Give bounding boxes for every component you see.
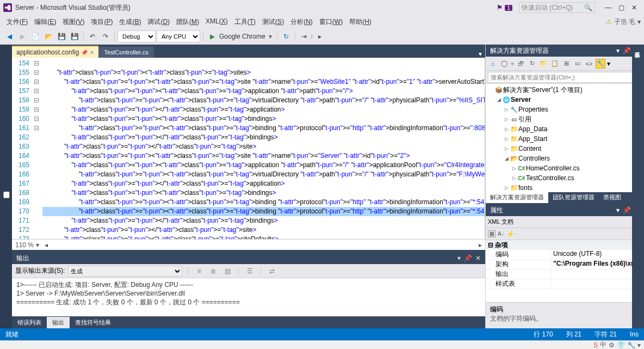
goto-prev-icon[interactable]: ≡ xyxy=(194,266,205,277)
platform-select[interactable]: Any CPU xyxy=(157,30,200,42)
run-dropdown-icon[interactable]: ▾ xyxy=(267,33,274,40)
fold-gutter[interactable]: ⊟⊟⊟⊟⊟⊟⊟⊟ xyxy=(33,58,40,239)
solution-tab-0[interactable]: 解决方案资源管理器 xyxy=(486,192,548,203)
tree-node[interactable]: ▷📁Content xyxy=(486,144,644,154)
redo-button[interactable]: ↷ xyxy=(100,30,112,42)
wrench-icon[interactable]: 🔧 xyxy=(596,59,605,69)
pin-icon[interactable]: 📌 xyxy=(81,50,88,56)
tree-node[interactable]: ▷▭引用 xyxy=(486,114,644,124)
menu-调试(D)[interactable]: 调试(D) xyxy=(144,16,173,28)
close-button[interactable]: ✕ xyxy=(628,4,641,11)
bottom-tab-1[interactable]: 输出 xyxy=(47,317,70,328)
nav-back-button[interactable]: ◀ xyxy=(3,30,15,42)
option-icon[interactable]: ⇄ xyxy=(267,266,277,277)
refresh-button[interactable]: ↻ xyxy=(280,30,292,42)
props-object[interactable]: XML 文档 xyxy=(488,218,639,226)
bottom-tab-0[interactable]: 错误列表 xyxy=(12,317,47,328)
tree-node[interactable]: 📦解决方案"Server"(1 个项目) xyxy=(486,85,644,95)
panel-close-icon[interactable]: ✕ xyxy=(475,254,481,262)
run-button[interactable]: ▶ xyxy=(206,30,218,42)
tree-node[interactable]: ▷🔧Properties xyxy=(486,105,644,114)
config-select[interactable]: Debug xyxy=(117,30,156,42)
home-icon[interactable]: ⌂ xyxy=(488,59,498,69)
tab-overflow-icon[interactable]: ▾ xyxy=(475,50,485,58)
save-all-button[interactable]: 💾 xyxy=(69,30,81,42)
code-icon[interactable]: <> xyxy=(584,59,594,69)
tray-icon[interactable]: ▾ xyxy=(637,341,641,349)
panel-pin-icon[interactable]: 📌 xyxy=(623,47,631,54)
wrap-icon[interactable]: ☰ xyxy=(244,266,255,277)
tray-icon[interactable]: ⚙ xyxy=(609,341,615,349)
output-source-select[interactable]: 生成 xyxy=(68,266,182,277)
output-text[interactable]: 1>------ 已启动生成: 项目: Server, 配置: Debug An… xyxy=(12,278,485,316)
tree-node[interactable]: ▷📁App_Data xyxy=(486,124,644,134)
warning-icon[interactable]: ⚠ xyxy=(606,18,612,26)
panel-dropdown-icon[interactable]: ▾ xyxy=(457,254,461,262)
solution-tab-2[interactable]: 类视图 xyxy=(599,192,626,203)
open-button[interactable]: 📂 xyxy=(42,30,54,42)
zoom-value[interactable]: 110 % xyxy=(15,241,34,249)
code-editor[interactable]: 1541551561571581591601611621631641651661… xyxy=(12,58,485,239)
minimize-button[interactable]: — xyxy=(602,4,615,11)
menu-文件(F)[interactable]: 文件(F) xyxy=(3,16,31,28)
tree-node[interactable]: ▷📁App_Start xyxy=(486,134,644,144)
clear-icon[interactable]: ▤ xyxy=(222,266,233,277)
panel-dropdown-icon[interactable]: ▾ xyxy=(616,206,620,214)
menu-编辑(E)[interactable]: 编辑(E) xyxy=(31,16,59,28)
solution-search-input[interactable] xyxy=(488,72,642,83)
tree-node[interactable]: ◢📂Controllers xyxy=(486,154,644,163)
solution-tab-1[interactable]: 团队资源管理器 xyxy=(548,192,599,203)
tab-applicationhost[interactable]: applicationhost.config 📌 ✕ xyxy=(12,46,98,58)
save-button[interactable]: 💾 xyxy=(55,30,67,42)
zoom-dropdown-icon[interactable]: ▾ xyxy=(36,241,39,249)
undo-button[interactable]: ↶ xyxy=(86,30,98,42)
solution-tree[interactable]: 📦解决方案"Server"(1 个项目)◢🌐Server▷🔧Properties… xyxy=(486,84,644,192)
menu-帮助(H)[interactable]: 帮助(H) xyxy=(346,16,375,28)
run-target[interactable]: Google Chrome xyxy=(219,33,265,40)
tab-testcontroller[interactable]: TestController.cs xyxy=(98,47,153,58)
notification-badge[interactable]: 1 xyxy=(505,5,512,11)
menu-分析(N)[interactable]: 分析(N) xyxy=(287,16,316,28)
categorized-icon[interactable]: ⊞ xyxy=(488,230,496,237)
maximize-button[interactable]: ▢ xyxy=(615,4,628,11)
properties-grid[interactable]: ⊟ 杂项编码Unicode (UTF-8)架构"C:\Program Files… xyxy=(486,240,644,302)
properties-icon[interactable]: ⊞ xyxy=(561,59,571,69)
menu-团队(M)[interactable]: 团队(M) xyxy=(173,16,202,28)
menu-生成(B)[interactable]: 生成(B) xyxy=(116,16,144,28)
toolbox-tab[interactable]: 工具箱 xyxy=(0,45,1,328)
solution-header[interactable]: 解决方案资源管理器 ▾ 📌 ✕ xyxy=(486,45,644,57)
menu-工具(T)[interactable]: 工具(T) xyxy=(231,16,259,28)
sync-icon[interactable]: 🗗 xyxy=(516,59,525,69)
panel-pin-icon[interactable]: 📌 xyxy=(464,254,472,262)
quick-launch[interactable]: 快速启动 (Ctrl+Q) 🔍 xyxy=(519,2,595,13)
server-explorer-tab[interactable]: 服务器资源管理器 xyxy=(1,45,12,328)
tree-node[interactable]: ▷📁fonts xyxy=(486,183,644,192)
properties-header[interactable]: 属性 ▾ 📌 ✕ xyxy=(486,204,644,216)
alpha-icon[interactable]: A↓ xyxy=(498,231,504,237)
showall-icon[interactable]: 📋 xyxy=(550,59,560,69)
menu-项目(P)[interactable]: 项目(P) xyxy=(88,16,116,28)
account-name[interactable]: 子浩 毛 xyxy=(614,17,635,27)
events-icon[interactable]: ⚡ xyxy=(506,230,515,238)
goto-next-icon[interactable]: ≣ xyxy=(208,266,219,277)
tray-icon[interactable]: 中 xyxy=(600,340,606,349)
nav-fwd-button[interactable]: ▶ xyxy=(16,30,28,42)
collapse-icon[interactable]: 📁 xyxy=(538,59,548,69)
tray-icon[interactable]: 👕 xyxy=(617,341,625,349)
new-file-button[interactable]: 📄 xyxy=(29,30,41,42)
refresh-icon[interactable]: ↻ xyxy=(527,59,537,69)
tray-icon[interactable]: 🔧 xyxy=(627,341,635,349)
close-tab-icon[interactable]: ✕ xyxy=(90,50,94,56)
account-dropdown-icon[interactable]: ▾ xyxy=(637,18,641,26)
tree-node[interactable]: ▷C#HomeController.cs xyxy=(486,163,644,173)
tree-node[interactable]: ◢🌐Server xyxy=(486,95,644,105)
preview-icon[interactable]: ▭ xyxy=(573,59,583,69)
menu-测试(S)[interactable]: 测试(S) xyxy=(259,16,287,28)
code-lines[interactable]: "t-attr">class"t-pun">="t-pun"><"t-attr"… xyxy=(40,58,485,239)
panel-dropdown-icon[interactable]: ▾ xyxy=(616,47,620,54)
step-button[interactable]: ⇥ xyxy=(298,30,310,42)
output-header[interactable]: 输出 ▾ 📌 ✕ xyxy=(12,252,485,264)
tree-node[interactable]: ▷C#TestController.cs xyxy=(486,173,644,183)
menu-视图(V)[interactable]: 视图(V) xyxy=(59,16,88,28)
tray-icon[interactable]: S xyxy=(593,341,598,349)
